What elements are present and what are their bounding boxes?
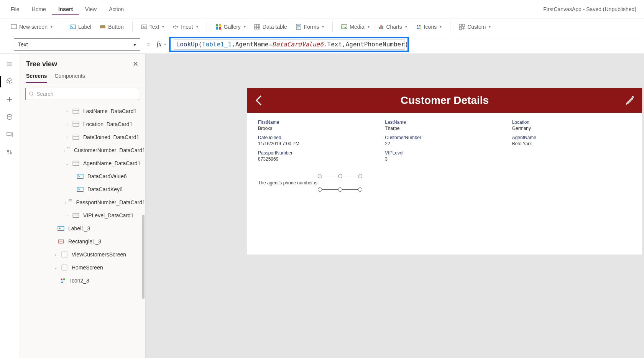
preview-header: Customer Details: [247, 88, 642, 113]
resize-handle[interactable]: [338, 174, 342, 178]
property-value: Text: [18, 41, 28, 48]
svg-point-18: [419, 28, 421, 29]
hamburger-icon[interactable]: [5, 60, 14, 68]
datacard-icon: [72, 121, 79, 128]
advanced-tools-icon[interactable]: [5, 148, 14, 156]
svg-rect-36: [58, 226, 64, 230]
label-button[interactable]: Label: [67, 22, 94, 31]
svg-point-16: [417, 25, 418, 26]
svg-rect-19: [459, 24, 462, 26]
gallery-button[interactable]: Gallery ▾: [212, 22, 249, 31]
chevron-down-icon[interactable]: ▾: [164, 42, 166, 46]
edit-icon[interactable]: [625, 95, 635, 105]
tree-item-datacardkey6[interactable]: DataCardKey6: [19, 183, 145, 196]
tree-item-customernumber[interactable]: ›CustomerNumber_DataCard1: [19, 144, 145, 157]
tree-item-location[interactable]: ›Location_DataCard1: [19, 118, 145, 131]
chevron-down-icon: ▾: [162, 25, 164, 29]
tab-screens[interactable]: Screens: [26, 73, 47, 83]
datacard-icon: [69, 199, 72, 206]
tree-item-agentname[interactable]: ⌄AgentName_DataCard1: [19, 157, 145, 170]
tree-item-label13[interactable]: Label1_3: [19, 222, 145, 235]
screen-icon: [61, 264, 68, 271]
custom-button[interactable]: Custom ▾: [456, 22, 494, 31]
tree-list: ›LastName_DataCard1 ›Location_DataCard1 …: [19, 105, 145, 358]
charts-icon: [378, 24, 384, 30]
svg-rect-29: [73, 135, 79, 139]
svg-rect-27: [73, 109, 79, 113]
left-rail: [0, 54, 19, 358]
menu-view[interactable]: View: [79, 4, 103, 15]
button-label: Button: [108, 24, 123, 30]
menu-action[interactable]: Action: [103, 4, 130, 15]
menu-home[interactable]: Home: [26, 4, 52, 15]
tree-view-icon[interactable]: [5, 77, 14, 86]
chevron-right-icon: ›: [63, 148, 66, 153]
tree-item-datacardvalue6[interactable]: DataCardValue6: [19, 170, 145, 183]
scrollbar[interactable]: [142, 215, 145, 299]
new-screen-button[interactable]: New screen ▾: [8, 22, 56, 31]
property-dropdown[interactable]: Text ▾: [14, 38, 140, 51]
input-button[interactable]: Input ▾: [169, 22, 201, 31]
svg-rect-9: [255, 25, 260, 29]
svg-rect-31: [73, 161, 79, 165]
menu-file[interactable]: File: [5, 4, 26, 15]
icons-button[interactable]: Icons ▾: [412, 22, 445, 31]
svg-rect-32: [77, 174, 83, 178]
tree-item-rectangle13[interactable]: Rectangle1_3: [19, 235, 145, 248]
icons-label: Icons: [424, 24, 437, 30]
media-rail-icon[interactable]: [5, 130, 14, 139]
resize-handle[interactable]: [358, 174, 362, 178]
field-lastname: LastNameTharpe: [385, 120, 504, 131]
datacard-icon: [72, 160, 79, 167]
ribbon: New screen ▾ Label Button Ab Text ▾ Inpu…: [0, 18, 644, 35]
canvas[interactable]: Customer Details FirstNameBrooks LastNam…: [146, 54, 644, 358]
tree-item-icon23[interactable]: Icon2_3: [19, 274, 145, 287]
chevron-down-icon: ▾: [440, 25, 442, 29]
svg-rect-38: [59, 241, 63, 243]
label-label: Label: [78, 24, 91, 30]
field-datejoined: DateJoined11/16/2019 7:00 PM: [258, 135, 377, 146]
text-button[interactable]: Ab Text ▾: [138, 22, 168, 31]
tree-item-viplevel[interactable]: ›VIPLevel_DataCard1: [19, 209, 145, 222]
data-icon[interactable]: [5, 113, 14, 121]
svg-rect-6: [219, 24, 221, 26]
tree-item-datejoined[interactable]: ›DateJoined_DataCard1: [19, 131, 145, 144]
tree-item-passport[interactable]: ›PassportNumber_DataCard1: [19, 196, 145, 209]
screen-icon: [61, 251, 68, 258]
svg-rect-1: [70, 25, 76, 29]
selected-label-control[interactable]: [320, 176, 360, 189]
svg-point-26: [30, 92, 33, 95]
insert-icon[interactable]: [5, 95, 14, 103]
formula-input[interactable]: LookUp(Table1_1, AgentName = DataCardVal…: [169, 37, 409, 52]
agent-phone-label-row: The agent's phone number is:: [247, 165, 642, 201]
tree-item-homescreen[interactable]: ⌄HomeScreen: [19, 261, 145, 274]
menu-insert[interactable]: Insert: [52, 4, 79, 15]
datacard-icon: [72, 108, 79, 115]
back-icon[interactable]: [254, 94, 263, 107]
data-table-button[interactable]: Data table: [251, 22, 290, 31]
chevron-right-icon: ›: [63, 200, 67, 205]
svg-rect-8: [219, 27, 221, 30]
text-icon: Ab: [141, 24, 147, 30]
close-icon[interactable]: ✕: [133, 60, 138, 68]
svg-point-24: [7, 150, 9, 152]
agent-phone-text: The agent's phone number is:: [258, 180, 319, 186]
tree-item-viewcustomers[interactable]: ›ViewCustomersScreen: [19, 248, 145, 261]
app-preview: Customer Details FirstNameBrooks LastNam…: [247, 88, 642, 255]
charts-button[interactable]: Charts ▾: [375, 22, 410, 31]
tree-item-lastname[interactable]: ›LastName_DataCard1: [19, 105, 145, 118]
button-button[interactable]: Button: [97, 22, 127, 31]
fx-icon[interactable]: fx: [157, 40, 163, 48]
resize-handle[interactable]: [358, 187, 362, 192]
forms-button[interactable]: Forms ▾: [292, 22, 327, 31]
resize-handle[interactable]: [338, 187, 342, 192]
screen-icon: [11, 24, 17, 30]
svg-rect-40: [62, 265, 67, 270]
svg-rect-39: [62, 252, 67, 257]
tab-components[interactable]: Components: [54, 73, 85, 83]
resize-handle[interactable]: [318, 174, 322, 178]
chevron-down-icon: ▾: [489, 25, 491, 29]
media-button[interactable]: Media ▾: [338, 22, 372, 31]
resize-handle[interactable]: [318, 187, 322, 192]
tree-search-input[interactable]: Search: [25, 88, 139, 100]
